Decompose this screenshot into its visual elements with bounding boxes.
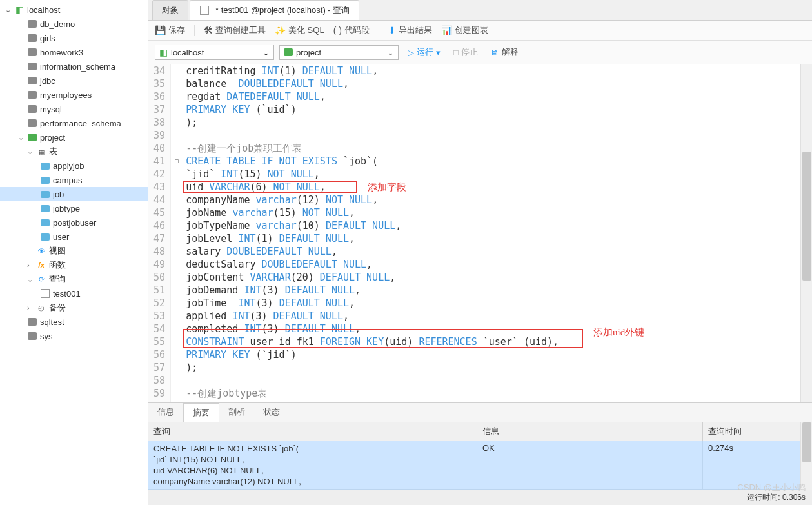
tab-info[interactable]: 信息 bbox=[148, 403, 183, 422]
tree-db[interactable]: jdbc bbox=[0, 74, 148, 88]
tree-label: applyjob bbox=[53, 161, 84, 171]
result-tabs: 信息 摘要 剖析 状态 bbox=[148, 402, 812, 422]
runtime-label: 运行时间: 0.306s bbox=[747, 492, 806, 503]
tree-label: campus bbox=[53, 175, 83, 185]
connection-icon: ◧ bbox=[159, 47, 168, 57]
tree-functions-group[interactable]: ›fx函数 bbox=[0, 258, 148, 272]
tree-label: jobtype bbox=[53, 204, 80, 213]
object-tree[interactable]: ⌄◧localhost db_demo girls homework3 info… bbox=[0, 0, 148, 505]
tab-query[interactable]: * test001 @project (localhost) - 查询 bbox=[190, 0, 359, 20]
tree-label: girls bbox=[40, 34, 55, 43]
query-builder-button[interactable]: 🛠查询创建工具 bbox=[204, 25, 266, 36]
tree-tables-group[interactable]: ⌄▦表 bbox=[0, 144, 148, 159]
combo-value: project bbox=[296, 48, 321, 57]
tab-summary[interactable]: 摘要 bbox=[183, 403, 219, 422]
tab-status[interactable]: 状态 bbox=[254, 403, 289, 422]
button-label: 停止 bbox=[461, 46, 478, 58]
tree-label: sys bbox=[40, 332, 53, 341]
tree-label: db_demo bbox=[40, 19, 75, 29]
tree-db[interactable]: db_demo bbox=[0, 17, 148, 31]
result-row[interactable]: CREATE TABLE IF NOT EXISTS `job`( `jid` … bbox=[148, 441, 812, 490]
database-icon bbox=[284, 48, 293, 56]
tree-db[interactable]: information_schema bbox=[0, 59, 148, 74]
table-group-icon: ▦ bbox=[36, 146, 46, 157]
tree-label: test001 bbox=[53, 289, 81, 299]
database-icon bbox=[28, 20, 37, 28]
tree-db[interactable]: mysql bbox=[0, 102, 148, 116]
chart-button[interactable]: 📊创建图表 bbox=[441, 25, 488, 36]
result-query-cell: CREATE TABLE IF NOT EXISTS `job`( `jid` … bbox=[148, 441, 477, 489]
database-icon bbox=[28, 318, 37, 326]
chevron-down-icon: ⌄ bbox=[262, 48, 270, 57]
export-button[interactable]: ⬇导出结果 bbox=[388, 25, 432, 36]
stop-icon: □ bbox=[453, 48, 459, 57]
tree-query-file[interactable]: test001 bbox=[0, 286, 148, 301]
line-gutter: 3435363738394041424344454647484950515253… bbox=[148, 64, 171, 402]
result-grid: 查询 信息 查询时间 CREATE TABLE IF NOT EXISTS `j… bbox=[148, 422, 812, 490]
run-button[interactable]: ▷运行▾ bbox=[404, 45, 444, 59]
toolbar-label: 保存 bbox=[168, 25, 185, 36]
toolbar-label: 查询创建工具 bbox=[215, 25, 266, 36]
database-select[interactable]: project⌄ bbox=[279, 45, 399, 60]
tree-label: project bbox=[40, 133, 65, 143]
tree-table[interactable]: user bbox=[0, 230, 148, 244]
tree-queries-group[interactable]: ⌄⟳查询 bbox=[0, 272, 148, 286]
toolbar-label: 导出结果 bbox=[399, 25, 432, 36]
table-icon bbox=[41, 177, 50, 184]
tree-connection[interactable]: ⌄◧localhost bbox=[0, 3, 148, 17]
column-header-query[interactable]: 查询 bbox=[148, 422, 477, 441]
tree-label: jdbc bbox=[40, 76, 55, 86]
database-icon bbox=[28, 119, 37, 127]
tree-table[interactable]: applyjob bbox=[0, 159, 148, 173]
sql-editor[interactable]: 3435363738394041424344454647484950515253… bbox=[148, 64, 812, 402]
connection-icon: ◧ bbox=[14, 5, 25, 15]
tree-db[interactable]: myemployees bbox=[0, 88, 148, 102]
tree-views-group[interactable]: 👁视图 bbox=[0, 244, 148, 258]
tab-analyze[interactable]: 剖析 bbox=[219, 403, 254, 422]
tree-db-project[interactable]: ⌄project bbox=[0, 130, 148, 144]
status-bar: 运行时间: 0.306s bbox=[148, 490, 812, 505]
tree-label: 查询 bbox=[49, 273, 66, 285]
tree-db[interactable]: girls bbox=[0, 31, 148, 45]
column-header-info[interactable]: 信息 bbox=[477, 422, 703, 441]
tab-label: 对象 bbox=[162, 5, 179, 16]
save-icon: 💾 bbox=[155, 25, 166, 35]
tree-db[interactable]: homework3 bbox=[0, 45, 148, 59]
sql-file-icon bbox=[199, 5, 210, 15]
tree-db[interactable]: performance_schema bbox=[0, 116, 148, 130]
brackets-icon: ( ) bbox=[333, 25, 342, 35]
button-label: 解释 bbox=[502, 46, 519, 58]
code-area[interactable]: creditRating INT(1) DEFAULT NULL, balanc… bbox=[171, 64, 562, 402]
annotation-label-2: 添加uid外键 bbox=[593, 326, 644, 339]
chevron-down-icon: ▾ bbox=[436, 48, 441, 57]
vertical-scrollbar[interactable] bbox=[800, 64, 812, 402]
explain-button[interactable]: 🗎解释 bbox=[487, 45, 522, 59]
button-label: 运行 bbox=[417, 46, 433, 58]
document-tabs: 对象 * test001 @project (localhost) - 查询 bbox=[148, 0, 812, 21]
snippet-button[interactable]: ( )代码段 bbox=[333, 25, 370, 36]
tree-label: job bbox=[53, 190, 64, 199]
table-icon bbox=[41, 233, 50, 241]
stop-button[interactable]: □停止 bbox=[450, 45, 482, 59]
save-button[interactable]: 💾保存 bbox=[155, 25, 185, 36]
connection-select[interactable]: ◧localhost⌄ bbox=[155, 45, 274, 60]
tree-table[interactable]: postjobuser bbox=[0, 215, 148, 230]
tree-label: performance_schema bbox=[40, 119, 121, 128]
tree-table-job[interactable]: job bbox=[0, 187, 148, 201]
connection-bar: ◧localhost⌄ project⌄ ▷运行▾ □停止 🗎解释 bbox=[148, 41, 812, 64]
table-icon bbox=[41, 219, 50, 226]
tree-table[interactable]: jobtype bbox=[0, 201, 148, 215]
toolbar-label: 美化 SQL bbox=[288, 25, 324, 36]
beautify-button[interactable]: ✨美化 SQL bbox=[275, 25, 324, 36]
vertical-scrollbar[interactable] bbox=[800, 422, 812, 490]
toolbar-label: 代码段 bbox=[344, 25, 370, 36]
tree-label: 备份 bbox=[49, 302, 66, 313]
tree-table[interactable]: campus bbox=[0, 173, 148, 187]
tree-db[interactable]: sys bbox=[0, 329, 148, 343]
column-header-time[interactable]: 查询时间 bbox=[703, 422, 806, 441]
tab-objects[interactable]: 对象 bbox=[152, 0, 188, 20]
tree-db[interactable]: sqltest bbox=[0, 315, 148, 329]
toolbar-label: 创建图表 bbox=[455, 25, 488, 36]
tree-backup-group[interactable]: ›◴备份 bbox=[0, 301, 148, 315]
tree-label: 表 bbox=[49, 146, 57, 157]
